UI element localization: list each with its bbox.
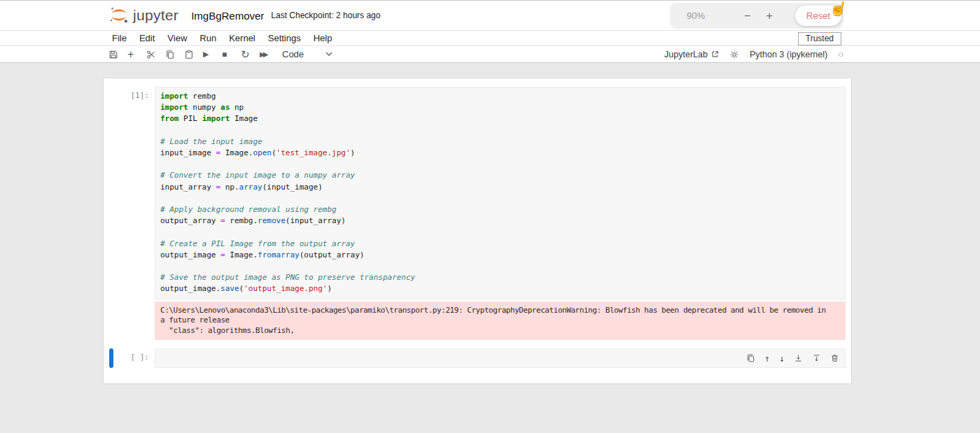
- code-editor[interactable]: import rembgimport numpy as npfrom PIL i…: [155, 87, 846, 299]
- jupyter-logo[interactable]: jupyter: [108, 5, 178, 26]
- code-cell-1: [1]: import rembgimport numpy as npfrom …: [104, 87, 851, 340]
- settings-gear-button[interactable]: [729, 50, 739, 59]
- insert-cell-above-button[interactable]: [794, 354, 803, 363]
- chevron-down-icon: [326, 52, 332, 57]
- checkpoint-status: Last Checkpoint: 2 hours ago: [271, 10, 380, 20]
- zoom-reset-button[interactable]: Reset: [795, 6, 841, 26]
- menu-file[interactable]: File: [106, 33, 133, 43]
- toolbar-right: JupyterLab Python 3 (ipykernel) ○: [664, 49, 844, 59]
- insert-cell-below-button[interactable]: [812, 354, 821, 363]
- copy-cell-button[interactable]: [165, 50, 184, 59]
- notebook-scroll-area: [1]: import rembgimport numpy as npfrom …: [0, 63, 980, 384]
- delete-cell-button[interactable]: [830, 354, 839, 363]
- notebook-panel: [1]: import rembgimport numpy as npfrom …: [103, 78, 852, 384]
- paste-icon: [184, 50, 194, 59]
- kernel-status-icon: ○: [838, 49, 844, 59]
- jupyterlab-label: JupyterLab: [664, 50, 708, 59]
- menu-settings[interactable]: Settings: [262, 33, 307, 43]
- gear-icon: [729, 50, 739, 59]
- menu-run[interactable]: Run: [193, 33, 223, 43]
- cell-type-dropdown[interactable]: Code: [282, 49, 332, 59]
- menu-help[interactable]: Help: [307, 33, 339, 43]
- zoom-level: 90%: [687, 10, 705, 21]
- copy-icon: [165, 50, 175, 59]
- jupyter-wordmark: jupyter: [133, 7, 178, 24]
- cell-toolbar: ↑ ↓: [746, 353, 839, 364]
- cell-output-stderr: C:\Users\Lenovo\anaconda3\Lib\site-packa…: [155, 301, 846, 341]
- menu-kernel[interactable]: Kernel: [223, 33, 262, 43]
- interrupt-kernel-button[interactable]: ■: [222, 50, 241, 59]
- zoom-out-button[interactable]: −: [741, 10, 753, 22]
- insert-above-icon: [794, 354, 803, 363]
- titlebar: jupyter ImgBgRemover Last Checkpoint: 2 …: [0, 0, 980, 31]
- insert-below-icon: [812, 354, 821, 363]
- save-button[interactable]: [108, 50, 127, 59]
- notebook-toolbar: + ▶ ■ ↻ ▶▶ Code JupyterLab: [0, 46, 980, 63]
- move-cell-down-button[interactable]: ↓: [779, 353, 785, 364]
- trash-icon: [830, 354, 839, 363]
- restart-run-all-button[interactable]: ▶▶: [260, 50, 279, 58]
- cut-cell-button[interactable]: [146, 50, 165, 59]
- paste-cell-button[interactable]: [184, 50, 203, 59]
- external-link-icon: [711, 50, 719, 58]
- jupyter-logo-icon: [108, 5, 130, 26]
- move-cell-up-button[interactable]: ↑: [764, 353, 770, 364]
- duplicate-icon: [746, 354, 755, 363]
- menu-view[interactable]: View: [161, 33, 193, 43]
- menubar: File Edit View Run Kernel Settings Help …: [0, 31, 980, 46]
- notebook-title[interactable]: ImgBgRemover: [191, 10, 264, 22]
- cut-icon: [146, 50, 156, 59]
- zoom-widget: 90% − + Reset ☝: [670, 3, 844, 29]
- execution-count: [1]:: [113, 87, 149, 100]
- empty-code-editor[interactable]: ↑ ↓: [155, 348, 846, 368]
- restart-kernel-button[interactable]: ↻: [241, 48, 260, 61]
- run-cell-button[interactable]: ▶: [203, 50, 222, 59]
- menu-edit[interactable]: Edit: [133, 33, 161, 43]
- cell-type-value: Code: [282, 49, 304, 59]
- save-icon: [108, 50, 118, 59]
- zoom-in-button[interactable]: +: [763, 10, 775, 22]
- insert-cell-button[interactable]: +: [127, 48, 146, 61]
- trusted-badge[interactable]: Trusted: [798, 32, 841, 45]
- open-in-jupyterlab-link[interactable]: JupyterLab: [664, 50, 719, 59]
- duplicate-cell-button[interactable]: [746, 354, 755, 363]
- execution-count-empty: [ ]:: [113, 348, 149, 362]
- code-cell-2: [ ]: ↑ ↓: [104, 348, 851, 368]
- kernel-name[interactable]: Python 3 (ipykernel): [750, 50, 827, 59]
